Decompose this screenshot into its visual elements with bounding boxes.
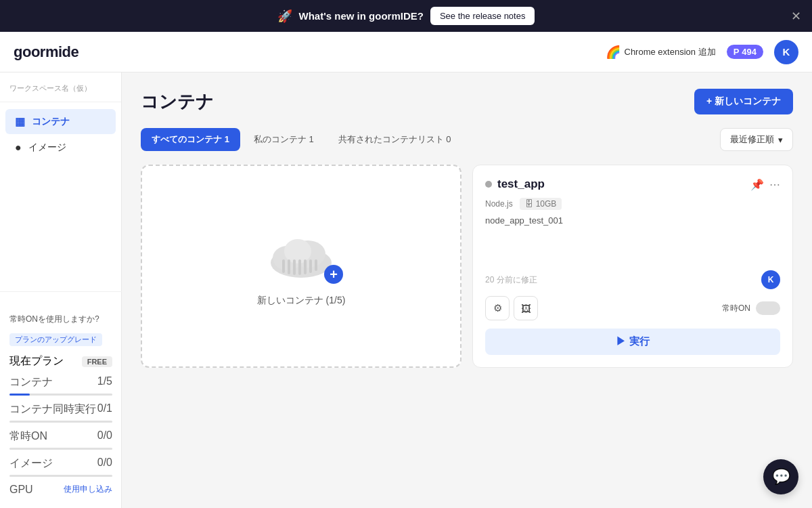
card-footer: 20 分前に修正 K ⚙ 🖼 常時ON ▶ 実行 [485,270,780,355]
sidebar-item-container-label: コンテナ [32,116,70,128]
top-banner: 🚀 What's new in goormIDE? See the releas… [0,0,812,32]
container-folder: node_app_test_001 [485,215,780,226]
svg-rect-9 [309,259,312,273]
gpu-apply-link[interactable]: 使用申し込み [64,484,112,496]
sort-button[interactable]: 最近修正順 ▾ [720,128,793,151]
header-right: 🌈 Chrome extension 追加 P 494 K [606,40,799,64]
progress-always-on [9,448,112,450]
runtime-label: Node.js [485,199,513,209]
card-header: test_app 📌 ⋯ [485,177,780,191]
page-title-row: コンテナ + 新しいコンテナ [141,89,793,114]
always-on-row: 常時ONを使用しますか? [9,314,112,325]
stat-concurrent: コンテナ同時実行 0/1 [9,402,112,417]
svg-rect-5 [288,259,290,274]
stat-concurrent-value: 0/1 [97,402,112,417]
tab-my-label: 私のコンテナ [254,134,307,144]
plan-row: 現在プラン FREE [9,354,112,368]
stat-image-label: イメージ [9,457,53,471]
container-icon: ▦ [15,115,25,128]
always-on-label: 常時ONを使用しますか? [9,314,99,325]
points-value: 494 [742,47,757,57]
whats-new-text: What's new in goormIDE? [299,10,424,22]
always-on-toggle: 常時ON [722,301,780,315]
release-notes-button[interactable]: See the release notes [430,7,535,25]
stat-container: コンテナ 1/5 [9,375,112,389]
tab-my-containers[interactable]: 私のコンテナ 1 [243,128,325,151]
image-button[interactable]: 🖼 [514,296,538,320]
upgrade-button[interactable]: プランのアップグレード [9,333,102,346]
stat-container-label: コンテナ [9,375,53,389]
more-button[interactable]: ⋯ [769,178,780,191]
plan-badge: FREE [82,356,112,367]
stat-gpu-label: GPU [9,484,33,496]
svg-rect-6 [293,259,296,275]
progress-image [9,475,112,477]
stat-always-on-value: 0/0 [97,429,112,444]
svg-rect-7 [298,259,301,275]
stat-container-value: 1/5 [97,375,112,389]
sidebar: ワークスペース名（仮） ▦ コンテナ ● イメージ 常時ONを使用しますか? プ… [0,72,122,508]
stat-concurrent-label: コンテナ同時実行 [9,402,96,417]
sidebar-item-image-label: イメージ [28,142,66,154]
storage-icon: 🗄 [525,199,533,209]
storage-value: 10GB [536,199,557,209]
points-badge: P 494 [727,45,763,59]
add-plus-icon: + [324,265,343,284]
sidebar-item-image[interactable]: ● イメージ [5,135,116,160]
banner-close-button[interactable]: ✕ [791,9,801,24]
container-name-row: test_app [485,177,545,191]
always-on-toggle-label: 常時ON [722,303,750,314]
card-user-avatar: K [761,270,780,289]
empty-card-label: 新しいコンテナ (1/5) [257,295,346,307]
svg-rect-10 [315,259,317,271]
user-avatar[interactable]: K [774,40,798,64]
stat-always-on: 常時ON 0/0 [9,429,112,444]
tab-shared-containers[interactable]: 共有されたコンテナリスト 0 [328,128,462,151]
logo: goormide [14,43,78,61]
card-actions: 📌 ⋯ [750,178,780,191]
status-dot [485,181,492,188]
header: goormide 🌈 Chrome extension 追加 P 494 K [0,32,812,72]
always-on-switch[interactable] [756,301,780,315]
terminal-button[interactable]: ⚙ [485,296,510,320]
tab-all-count: 1 [225,134,229,144]
image-dot-icon: ● [15,142,22,154]
content-area: コンテナ + 新しいコンテナ すべてのコンテナ 1 私のコンテナ 1 共有された… [122,72,812,508]
chat-bubble[interactable]: 💬 [763,459,798,494]
stat-gpu: GPU 使用申し込み [9,484,112,496]
stat-always-on-label: 常時ON [9,429,47,444]
tab-all-containers[interactable]: すべてのコンテナ 1 [141,128,240,151]
chrome-icon: 🌈 [606,45,621,60]
progress-concurrent [9,421,112,423]
page-title: コンテナ [141,90,214,114]
points-icon: P [734,47,740,57]
card-bottom-left: ⚙ 🖼 [485,296,538,320]
chevron-down-icon: ▾ [778,135,783,145]
sidebar-item-container[interactable]: ▦ コンテナ [5,109,116,134]
container-card: test_app 📌 ⋯ Node.js 🗄 10GB node_app_tes… [472,165,793,368]
tab-shared-count: 0 [446,134,451,144]
add-container-card[interactable]: + 新しいコンテナ (1/5) [141,165,461,368]
card-bottom: ⚙ 🖼 常時ON [485,296,780,320]
progress-container-fill [9,394,30,396]
svg-rect-4 [282,259,285,273]
new-container-button[interactable]: + 新しいコンテナ [694,89,793,114]
pin-button[interactable]: 📌 [750,178,764,191]
card-time-row: 20 分前に修正 K [485,270,780,289]
progress-container [9,394,112,396]
stat-image: イメージ 0/0 [9,457,112,471]
chrome-extension-button[interactable]: 🌈 Chrome extension 追加 [606,45,716,60]
tabs-row: すべてのコンテナ 1 私のコンテナ 1 共有されたコンテナリスト 0 最近修正順… [141,128,793,151]
card-modified-time: 20 分前に修正 [485,274,537,286]
card-meta: Node.js 🗄 10GB [485,198,780,210]
tab-all-label: すべてのコンテナ [152,134,222,144]
rocket-icon: 🚀 [277,9,292,24]
chrome-ext-label: Chrome extension 追加 [625,46,716,58]
tab-my-count: 1 [309,134,313,144]
main-layout: ワークスペース名（仮） ▦ コンテナ ● イメージ 常時ONを使用しますか? プ… [0,72,812,508]
cloud-icon-container: + [261,226,342,289]
storage-badge: 🗄 10GB [520,198,562,210]
tab-shared-label: 共有されたコンテナリスト [338,134,444,144]
sort-label: 最近修正順 [730,133,774,146]
run-button[interactable]: ▶ 実行 [485,329,780,355]
